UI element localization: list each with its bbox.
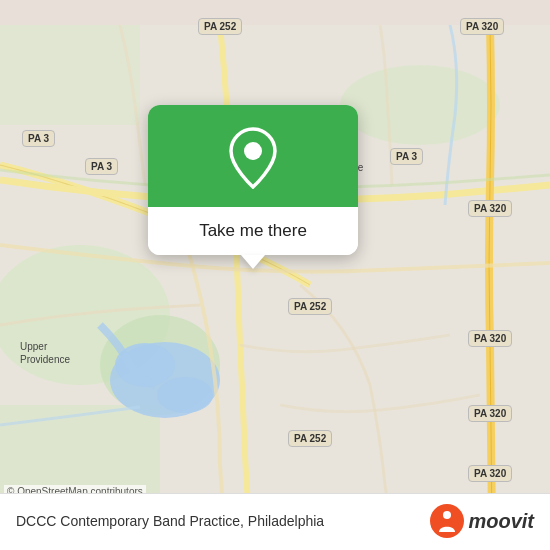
moovit-logo: moovit [430,504,534,538]
popup-header [148,105,358,207]
route-badge-pa320-right1: PA 320 [468,200,512,217]
route-badge-pa252-top: PA 252 [198,18,242,35]
route-badge-pa320-bot: PA 320 [468,465,512,482]
svg-rect-5 [0,25,140,125]
route-badge-pa320-top: PA 320 [460,18,504,35]
svg-point-8 [157,377,213,413]
route-badge-pa3-right: PA 3 [390,148,423,165]
route-badge-pa252-mid: PA 252 [288,298,332,315]
location-text: DCCC Contemporary Band Practice, Philade… [16,513,430,529]
bottom-bar: DCCC Contemporary Band Practice, Philade… [0,493,550,550]
map-container: PA 252 PA 320 PA 3 PA 3 PA 3 PA 320 PA 2… [0,0,550,550]
svg-point-4 [340,65,500,145]
place-label-upper-providence: UpperProvidence [20,340,70,366]
route-badge-pa252-bot: PA 252 [288,430,332,447]
route-badge-pa3-left: PA 3 [22,130,55,147]
popup-button-section[interactable]: Take me there [148,207,358,255]
svg-point-9 [244,142,262,160]
moovit-text-label: moovit [468,510,534,533]
svg-point-11 [443,511,451,519]
route-badge-pa320-right3: PA 320 [468,405,512,422]
location-pin-icon [227,127,279,189]
location-popup: Take me there [148,105,358,255]
svg-point-10 [430,504,464,538]
take-me-there-button[interactable]: Take me there [183,219,323,243]
route-badge-pa320-right2: PA 320 [468,330,512,347]
route-badge-pa3-mid: PA 3 [85,158,118,175]
moovit-icon [430,504,464,538]
